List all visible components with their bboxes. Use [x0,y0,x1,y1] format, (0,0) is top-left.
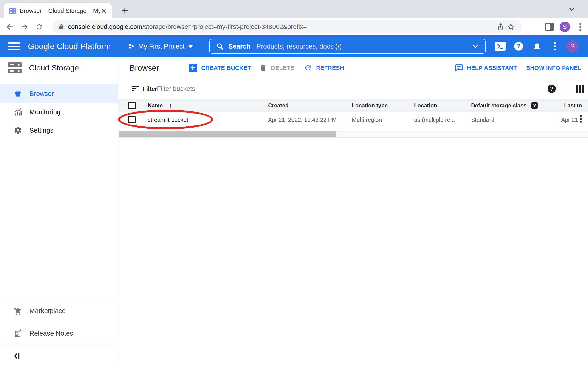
bookmark-star-icon[interactable] [506,22,516,32]
column-settings-icon[interactable] [576,85,584,93]
gcp-header: Google Cloud Platform My First Project S… [0,35,588,57]
release-notes-icon [13,329,23,338]
filter-buckets-input[interactable] [157,83,524,95]
delete-button[interactable]: DELETE [259,57,294,78]
help-icon[interactable]: ? [511,35,526,57]
browser-menu-kebab-icon[interactable] [576,23,584,31]
gear-icon [13,126,23,134]
create-bucket-button[interactable]: CREATE BUCKET [189,57,251,78]
filter-icon [132,85,139,91]
search-expand-chevron-icon[interactable] [472,44,479,49]
column-header-created[interactable]: Created [268,99,288,112]
sidebar-item-release-notes[interactable]: Release Notes [0,322,118,344]
header-kebab-icon[interactable] [548,35,562,57]
filter-bar: Filter ? [118,78,588,99]
side-panel-icon[interactable] [545,23,554,31]
filter-label: Filter [143,78,157,99]
horizontal-scrollbar-track[interactable] [118,131,588,138]
table-header-row: Name ↑ Created Location type Location De… [118,99,588,112]
reload-button[interactable] [35,23,44,31]
cloud-storage-sidebar: Cloud Storage Browser Monitoring Setting… [0,57,118,367]
column-header-last-modified[interactable]: Last m [564,99,582,112]
project-chevron-icon [188,45,193,48]
cloud-shell-icon[interactable] [493,35,508,57]
storage-class-help-icon[interactable]: ? [531,102,538,109]
lock-icon [58,23,65,30]
product-header: Cloud Storage [0,57,118,78]
url-text: console.cloud.google.com/storage/browser… [68,23,496,31]
browser-tab-strip: Browser – Cloud Storage – My Fi [0,0,588,18]
cloud-storage-favicon-icon [9,7,16,14]
bucket-table-row[interactable]: streamlit-bucket Apr 21, 2022, 10:43:22 … [118,112,588,128]
plus-box-icon [189,64,197,72]
trash-icon [259,64,267,72]
gcp-logo[interactable]: Google Cloud Platform [28,35,111,57]
refresh-icon [304,64,312,72]
url-path: /storage/browser?project=my-first-projec… [142,23,307,30]
url-domain: console.cloud.google.com [68,23,142,30]
sidebar-item-label: Release Notes [29,330,73,337]
project-icon [128,43,135,50]
column-header-storage-class[interactable]: Default storage class ? [471,99,538,112]
sidebar-nav: Browser Monitoring Settings [0,78,118,140]
tab-close-icon[interactable] [100,7,107,15]
search-label: Search [228,43,251,50]
row-checkbox[interactable] [128,116,136,123]
column-header-name[interactable]: Name ↑ [148,99,172,112]
name-column-divider [260,99,260,128]
main-content: Browser CREATE BUCKET DELETE REFRESH HEL… [118,57,588,367]
bucket-name-link[interactable]: streamlit-bucket [148,112,188,127]
search-placeholder: Products, resources, docs (/) [257,43,472,50]
sidebar-collapse-row [0,344,118,367]
chat-bubble-icon [455,64,463,72]
browser-profile-avatar[interactable]: S [560,22,570,32]
filter-help-icon[interactable]: ? [548,85,556,93]
sidebar-item-browser[interactable]: Browser [0,84,118,103]
back-button[interactable] [6,23,14,31]
bucket-storage-class: Standard [471,112,494,127]
tab-search-chevron-icon[interactable] [568,6,575,12]
browser-toolbar: console.cloud.google.com/storage/browser… [0,18,588,35]
sidebar-item-monitoring[interactable]: Monitoring [0,103,118,121]
collapse-sidebar-icon[interactable] [13,352,21,360]
horizontal-scrollbar-thumb[interactable] [119,131,337,137]
search-icon [216,42,224,50]
browser-tab[interactable]: Browser – Cloud Storage – My Fi [4,3,112,18]
cloud-storage-product-icon [8,62,22,74]
project-selector[interactable]: My First Project [128,35,193,57]
bucket-location: us (multiple re... [414,112,455,127]
column-header-location-type[interactable]: Location type [352,99,388,112]
select-all-checkbox[interactable] [128,102,136,109]
row-actions-kebab-icon[interactable] [580,115,582,123]
share-icon[interactable] [496,22,506,32]
sidebar-item-settings[interactable]: Settings [0,121,118,140]
sidebar-item-label: Browser [29,90,54,98]
project-name: My First Project [138,43,184,50]
bucket-created: Apr 21, 2022, 10:43:22 PM [268,112,337,127]
new-tab-button[interactable] [121,6,129,15]
global-search-bar[interactable]: Search Products, resources, docs (/) [209,39,485,54]
refresh-button[interactable]: REFRESH [304,57,344,78]
show-info-panel-button[interactable]: SHOW INFO PANEL [526,57,581,78]
action-toolbar: Browser CREATE BUCKET DELETE REFRESH HEL… [118,57,588,78]
bucket-location-type: Multi-region [352,112,382,127]
hamburger-menu-icon[interactable] [8,42,21,51]
page-title: Browser [130,57,159,78]
filter-divider [565,83,565,94]
url-bar[interactable]: console.cloud.google.com/storage/browser… [52,20,522,33]
sort-ascending-icon[interactable]: ↑ [169,102,172,109]
sidebar-item-marketplace[interactable]: Marketplace [0,300,118,322]
cart-icon [13,307,23,315]
tab-title: Browser – Cloud Storage – My Fi [20,7,100,15]
notifications-bell-icon[interactable] [530,35,544,57]
bucket-last-modified: Apr 21 [561,112,578,127]
sidebar-item-label: Settings [29,127,53,134]
gcp-account-avatar[interactable]: S [565,35,580,57]
forward-button[interactable] [20,23,29,31]
help-assistant-button[interactable]: HELP ASSISTANT [455,57,517,78]
sidebar-item-label: Marketplace [29,307,66,315]
monitoring-icon [13,108,23,116]
sidebar-footer: Marketplace Release Notes [0,300,118,367]
column-header-location[interactable]: Location [414,99,437,112]
actions-column-divider [577,99,578,128]
